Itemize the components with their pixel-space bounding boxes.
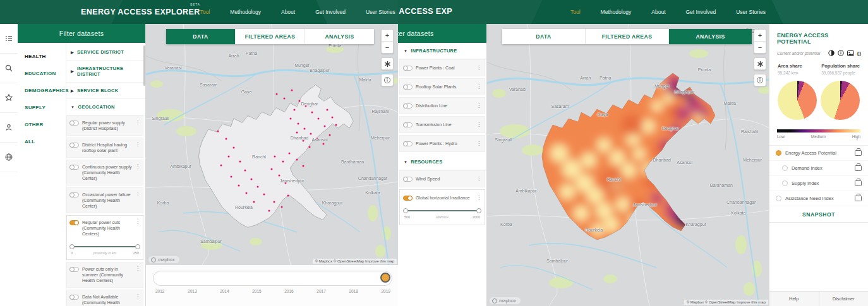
slider-handle-min[interactable] <box>403 208 408 213</box>
dataset-item[interactable]: Global horizontal Irradiance⋮500kWh/m²20… <box>399 189 485 225</box>
kebab-menu-icon[interactable]: ⋮ <box>135 164 140 169</box>
dataset-item[interactable]: Distribution Line⋮ <box>399 97 485 114</box>
kebab-menu-icon[interactable]: ⋮ <box>476 122 481 127</box>
index-radio[interactable] <box>776 196 781 201</box>
dataset-item[interactable]: District Hospital having rooftop solar p… <box>66 138 143 158</box>
map-attribution[interactable]: © Mapbox © OpenStreetMap Improve this ma… <box>313 259 397 264</box>
nav-item-user-stories[interactable]: User Stories <box>366 9 395 15</box>
kebab-menu-icon[interactable]: ⋮ <box>135 142 140 147</box>
basemap-theme-button[interactable] <box>381 57 394 70</box>
tab-filtered-areas[interactable]: FILTERED AREAS <box>586 29 669 44</box>
category-health[interactable]: HEALTH <box>18 48 66 65</box>
locate-person-icon[interactable] <box>0 113 18 143</box>
category-other[interactable]: OTHER <box>18 116 66 133</box>
section-service-district[interactable]: ▶SERVICE DISTRICT <box>66 44 145 61</box>
kebab-menu-icon[interactable]: ⋮ <box>476 177 481 182</box>
download-icon[interactable] <box>855 150 862 156</box>
slider-handle-min[interactable] <box>69 244 75 249</box>
dataset-toggle[interactable] <box>403 177 413 182</box>
kebab-menu-icon[interactable]: ⋮ <box>135 192 140 197</box>
dataset-item[interactable]: Occasional power failure (Community Heal… <box>66 187 143 213</box>
dataset-toggle[interactable] <box>69 165 79 170</box>
zoom-out-button[interactable]: − <box>382 41 393 53</box>
proximity-slider[interactable]: 500kWh/m²2000 <box>403 208 481 220</box>
scrollbar-thumb[interactable] <box>143 45 145 86</box>
tab-analysis[interactable]: ANALYSIS <box>305 29 374 44</box>
index-row-energy-access-potential[interactable]: Energy Access Potential <box>769 146 868 161</box>
nav-item-get-involved[interactable]: Get Involved <box>315 9 346 15</box>
kebab-menu-icon[interactable]: ⋮ <box>135 120 140 125</box>
dataset-item[interactable]: Power Plants : Hydro⋮ <box>399 135 485 152</box>
dataset-toggle[interactable] <box>69 121 79 126</box>
info-icon[interactable] <box>838 50 844 56</box>
dataset-item[interactable]: Transmission Line⋮ <box>399 116 485 133</box>
tab-data[interactable]: DATA <box>502 29 586 44</box>
category-supply[interactable]: SUPPLY <box>18 99 66 116</box>
help-button[interactable]: Help <box>769 291 819 306</box>
kebab-menu-icon[interactable]: ⋮ <box>135 220 140 225</box>
dataset-toggle[interactable] <box>69 267 79 272</box>
dataset-toggle[interactable] <box>69 220 79 225</box>
dataset-item[interactable]: Power Plants : Coal⋮ <box>399 59 485 76</box>
snapshot-button[interactable]: SNAPSHOT <box>769 206 868 223</box>
zoom-out-button[interactable]: − <box>754 41 766 53</box>
dataset-toggle[interactable] <box>69 295 79 300</box>
slider-handle-max[interactable] <box>476 208 481 213</box>
nav-item-methodology[interactable]: Methodology <box>230 9 261 15</box>
disclaimer-button[interactable]: Disclaimer <box>819 291 868 306</box>
tab-filtered-areas[interactable]: FILTERED AREAS <box>236 29 305 44</box>
nav-item-user-stories[interactable]: User Stories <box>736 9 766 15</box>
index-row-demand-index[interactable]: Demand Index <box>769 161 868 176</box>
section-resources[interactable]: ▼RESOURCES <box>398 154 486 170</box>
dataset-item[interactable]: Data Not Available (Community Health Cen… <box>66 290 143 306</box>
year-slider-track[interactable] <box>153 271 392 286</box>
dataset-item[interactable]: Wind Speed⋮ <box>399 170 485 187</box>
map-attribution[interactable]: © Mapbox © OpenStreetMap Improve this ma… <box>684 300 768 305</box>
index-radio[interactable] <box>782 165 788 171</box>
nav-item-methodology[interactable]: Methodology <box>601 9 632 15</box>
embed-code-icon[interactable]: { } <box>857 50 860 56</box>
map-canvas-analysis[interactable]: SiliguriVaranasiArrahPatnaPurniaMungerBh… <box>486 24 769 306</box>
dataset-toggle[interactable] <box>403 85 413 90</box>
mapbox-logo[interactable]: mapbox <box>148 256 179 263</box>
index-row-supply-index[interactable]: Supply Index <box>769 176 868 191</box>
category-all[interactable]: ALL <box>18 133 66 150</box>
slider-track[interactable] <box>406 210 479 211</box>
info-button[interactable] <box>754 74 766 86</box>
index-row-assistance-need-index[interactable]: Assistance Need Index <box>769 191 868 206</box>
legend-list-icon[interactable] <box>0 24 18 54</box>
kebab-menu-icon[interactable]: ⋮ <box>135 266 140 271</box>
index-radio[interactable] <box>782 180 788 186</box>
download-icon[interactable] <box>855 180 862 186</box>
map-canvas-data[interactable]: VaranasiArrahPatnaPurniaMungerBhagalpurM… <box>145 24 398 265</box>
search-icon[interactable] <box>0 54 18 83</box>
slider-track[interactable] <box>72 246 138 247</box>
section-infrastructure[interactable]: ▼INFRASTRUCTURE <box>398 43 486 59</box>
kebab-menu-icon[interactable]: ⋮ <box>476 103 481 109</box>
star-icon[interactable] <box>0 83 18 113</box>
section-geolocation[interactable]: ▼GEOLOCATION <box>66 99 145 115</box>
nav-item-tool[interactable]: Tool <box>570 9 581 15</box>
kebab-menu-icon[interactable]: ⋮ <box>476 85 481 90</box>
slider-handle-max[interactable] <box>135 244 140 249</box>
dataset-item[interactable]: Regular power supply (District Hospitals… <box>66 115 143 136</box>
kebab-menu-icon[interactable]: ⋮ <box>135 294 140 299</box>
kebab-menu-icon[interactable]: ⋮ <box>476 196 481 201</box>
kebab-menu-icon[interactable]: ⋮ <box>476 141 481 146</box>
nav-item-about[interactable]: About <box>281 9 295 15</box>
year-slider-knob[interactable] <box>380 273 390 283</box>
dataset-toggle[interactable] <box>403 141 413 146</box>
dataset-toggle[interactable] <box>403 196 413 201</box>
index-radio[interactable] <box>776 150 781 156</box>
section-service-block[interactable]: ▶SERVICE BLOCK <box>66 83 145 99</box>
download-icon[interactable] <box>855 196 862 201</box>
nav-item-about[interactable]: About <box>651 9 665 15</box>
dataset-item[interactable]: Power cuts only in summer (Community Hea… <box>66 262 143 288</box>
contrast-icon[interactable] <box>828 50 835 56</box>
dataset-item[interactable]: Rooftop Solar Plants⋮ <box>399 78 485 95</box>
tab-analysis[interactable]: ANALYSIS <box>669 29 752 44</box>
image-icon[interactable] <box>847 50 854 56</box>
tab-data[interactable]: DATA <box>166 29 236 44</box>
dataset-item[interactable]: Continuous power supply (Community Healt… <box>66 160 143 185</box>
info-button[interactable] <box>381 74 394 86</box>
